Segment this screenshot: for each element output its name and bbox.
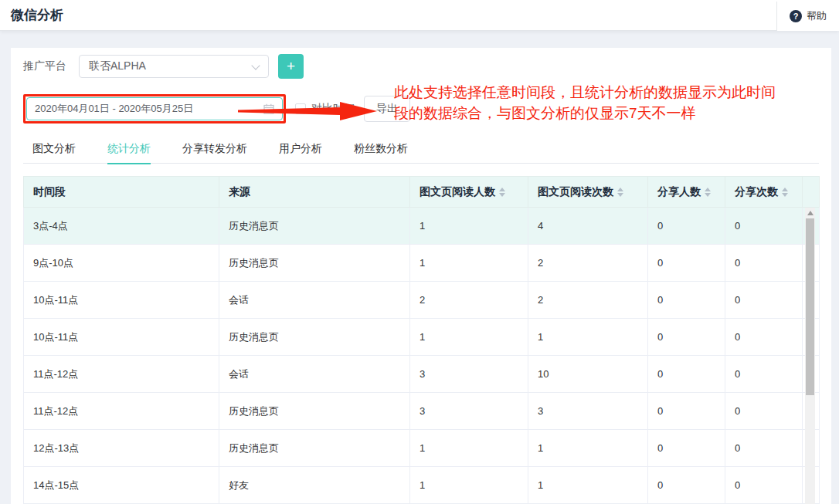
table-scrollbar[interactable] (805, 208, 815, 504)
table-row: 3点-4点历史消息页1400 (24, 208, 820, 245)
table-cell: 1 (410, 245, 528, 282)
tab-3[interactable]: 用户分析 (279, 133, 322, 164)
column-header-5[interactable]: 分享次数 (725, 177, 803, 208)
tab-bar: 图文分析统计分析分享转发分析用户分析粉丝数分析 (23, 133, 819, 164)
table-row: 12点-13点历史消息页1100 (24, 430, 820, 467)
table-cell: 0 (725, 467, 803, 504)
scrollbar-column-header (803, 177, 820, 208)
table-cell: 0 (648, 393, 725, 430)
table-row: 10点-11点会话2200 (24, 282, 820, 319)
date-range-picker[interactable]: 2020年04月01日 - 2020年05月25日 (26, 97, 283, 120)
table-cell: 1 (528, 319, 648, 356)
sort-icon[interactable] (617, 188, 623, 197)
date-range-value: 2020年04月01日 - 2020年05月25日 (35, 102, 193, 116)
table-cell: 1 (528, 430, 648, 467)
table-cell: 0 (648, 282, 725, 319)
table-cell: 4 (528, 208, 648, 245)
platform-select-value: 联否ALPHA (89, 59, 146, 73)
scrollbar-up-icon[interactable] (805, 208, 815, 218)
table-cell: 0 (725, 208, 803, 245)
table-cell: 0 (648, 245, 725, 282)
topbar: 微信分析 ? 帮助 (0, 0, 839, 31)
table-cell: 10点-11点 (24, 282, 219, 319)
table-row: 9点-10点历史消息页1200 (24, 245, 820, 282)
column-label: 分享人数 (657, 185, 701, 198)
table-cell: 2 (528, 282, 648, 319)
compare-time-checkbox-group[interactable]: 对比时间 (295, 102, 355, 116)
tab-4[interactable]: 粉丝数分析 (354, 133, 408, 164)
table-cell: 1 (410, 319, 528, 356)
scrollbar-thumb[interactable] (806, 218, 814, 395)
column-label: 图文页阅读次数 (538, 185, 613, 198)
platform-row: 推广平台 联否ALPHA + (23, 54, 819, 79)
table-cell: 历史消息页 (219, 430, 410, 467)
table-cell: 0 (725, 356, 803, 393)
compare-time-checkbox[interactable] (295, 103, 306, 114)
table-cell: 历史消息页 (219, 208, 410, 245)
table-row: 11点-12点历史消息页3300 (24, 393, 820, 430)
table-cell: 0 (648, 208, 725, 245)
annotation-line-1: 此处支持选择任意时间段，且统计分析的数据显示为此时间 (394, 82, 827, 103)
tab-1[interactable]: 统计分析 (107, 133, 151, 164)
tab-0[interactable]: 图文分析 (32, 133, 76, 164)
table-cell: 0 (725, 319, 803, 356)
table-cell: 3点-4点 (24, 208, 219, 245)
table-cell: 10 (528, 356, 648, 393)
calendar-icon (263, 103, 274, 114)
table-cell: 0 (648, 356, 725, 393)
table-row: 14点-15点好友1100 (24, 467, 820, 504)
table-cell: 好友 (219, 467, 410, 504)
table-cell: 0 (725, 245, 803, 282)
annotation-line-2: 段的数据综合，与图文分析的仅显示7天不一样 (394, 103, 827, 123)
statistics-table: 时间段来源图文页阅读人数图文页阅读次数分享人数分享次数 3点-4点历史消息页14… (23, 176, 820, 504)
annotation-highlight-box: 2020年04月01日 - 2020年05月25日 (23, 94, 286, 123)
column-header-1: 来源 (219, 177, 410, 208)
column-header-3[interactable]: 图文页阅读次数 (528, 177, 648, 208)
column-label: 分享次数 (735, 185, 778, 198)
table-row: 10点-11点历史消息页1100 (24, 319, 820, 356)
table-cell: 3 (528, 393, 648, 430)
table-cell: 11点-12点 (24, 393, 219, 430)
compare-time-label: 对比时间 (311, 102, 355, 116)
table-cell: 0 (725, 430, 803, 467)
content-card: 推广平台 联否ALPHA + 2020年04月01日 - 2020年05月25日 (11, 48, 831, 504)
sort-icon[interactable] (499, 188, 505, 197)
table-cell: 12点-13点 (24, 430, 219, 467)
table-cell: 0 (648, 430, 725, 467)
table-cell: 0 (725, 393, 803, 430)
table-cell: 14点-15点 (24, 467, 219, 504)
platform-select[interactable]: 联否ALPHA (79, 55, 269, 78)
add-platform-button[interactable]: + (278, 54, 304, 79)
table-cell: 3 (410, 356, 528, 393)
table-cell: 2 (410, 282, 528, 319)
table-cell: 0 (648, 319, 725, 356)
table-cell: 11点-12点 (24, 356, 219, 393)
page-title: 微信分析 (11, 0, 63, 31)
column-header-2[interactable]: 图文页阅读人数 (410, 177, 528, 208)
help-label: 帮助 (807, 9, 827, 23)
sort-icon[interactable] (705, 188, 711, 197)
chevron-down-icon (251, 61, 260, 69)
platform-label: 推广平台 (23, 59, 66, 73)
statistics-table-wrap: 时间段来源图文页阅读人数图文页阅读次数分享人数分享次数 3点-4点历史消息页14… (23, 176, 819, 504)
table-cell: 历史消息页 (219, 245, 410, 282)
table-cell: 会话 (219, 282, 410, 319)
column-header-4[interactable]: 分享人数 (648, 177, 725, 208)
column-label: 图文页阅读人数 (420, 185, 495, 198)
help-button[interactable]: ? 帮助 (776, 2, 839, 31)
annotation-text: 此处支持选择任意时间段，且统计分析的数据显示为此时间 段的数据综合，与图文分析的… (394, 82, 827, 123)
table-cell: 会话 (219, 356, 410, 393)
question-icon: ? (790, 10, 802, 22)
table-cell: 1 (410, 208, 528, 245)
table-cell: 2 (528, 245, 648, 282)
tab-2[interactable]: 分享转发分析 (182, 133, 247, 164)
column-label: 时间段 (33, 185, 66, 198)
table-cell: 0 (725, 282, 803, 319)
table-cell: 0 (648, 467, 725, 504)
table-row: 11点-12点会话31000 (24, 356, 820, 393)
column-label: 来源 (229, 185, 250, 198)
page: 微信分析 ? 帮助 推广平台 联否ALPHA + 2020年04月01日 - 2… (0, 0, 839, 504)
table-cell: 10点-11点 (24, 319, 219, 356)
table-cell: 3 (410, 393, 528, 430)
sort-icon[interactable] (782, 188, 788, 197)
